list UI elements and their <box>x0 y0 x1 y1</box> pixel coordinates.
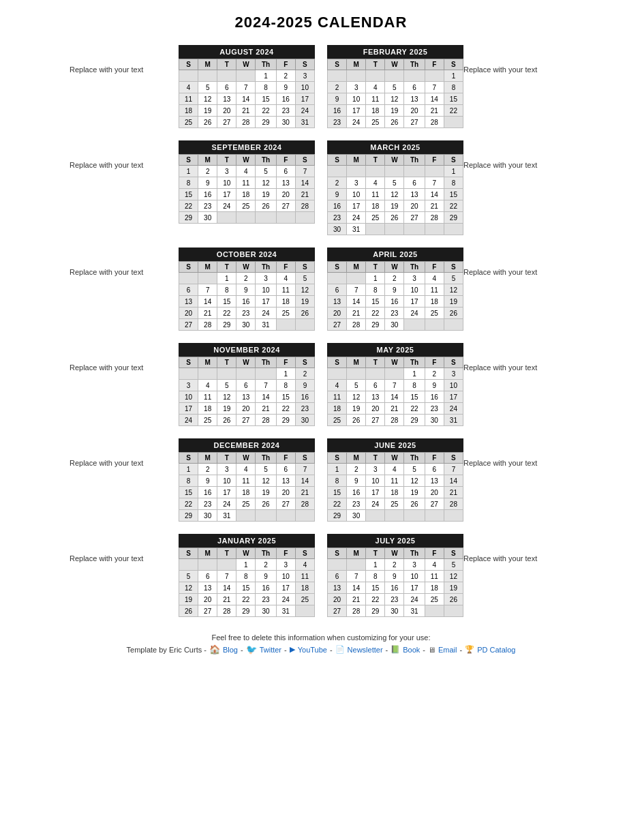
side-text-right-0: Replace with your text <box>463 45 572 74</box>
book-link[interactable]: Book <box>403 646 420 654</box>
cal-right-3: MAY 2025SMTWThFS123456789101112131415161… <box>327 343 463 426</box>
cal-left-0-table: SMTWThFS12345678910111213141516171819202… <box>179 59 315 128</box>
cal-right-4-day-4-6 <box>444 510 463 522</box>
cal-left-4-day-2-6: 21 <box>295 487 314 498</box>
cal-left-2-day-header-M: M <box>198 262 217 273</box>
cal-right-1-day-2-0: 9 <box>328 189 347 200</box>
pd-link[interactable]: PD Catalog <box>477 646 515 654</box>
cal-left-3: NOVEMBER 2024SMTWThFS1234567891011121314… <box>179 343 315 426</box>
cal-left-3-day-1-6: 9 <box>295 380 314 391</box>
cal-left-1-day-4-1: 30 <box>198 212 217 224</box>
cal-left-1-week-1: 891011121314 <box>179 177 315 189</box>
twitter-link[interactable]: Twitter <box>260 646 281 654</box>
side-text-left-5: Replace with your text <box>70 534 179 562</box>
cal-right-2-day-2-0: 13 <box>328 296 347 308</box>
cal-right-2-day-header-S: S <box>444 262 463 273</box>
cal-right-0-day-3-0: 16 <box>328 105 347 117</box>
cal-left-2-day-3-4: 24 <box>256 308 276 319</box>
cal-left-4-day-1-0: 8 <box>179 475 198 487</box>
cal-right-1-day-0-3 <box>385 166 404 177</box>
cal-right-3-day-header-F: F <box>425 357 444 368</box>
cal-left-0-week-0: 123 <box>179 70 315 82</box>
cal-right-3-day-3-2: 20 <box>366 403 385 415</box>
cal-right-1-day-2-6: 15 <box>444 189 463 200</box>
cal-right-1-day-3-3: 19 <box>385 200 404 212</box>
youtube-link[interactable]: YouTube <box>298 646 327 654</box>
cal-left-4-day-0-1: 2 <box>198 464 217 475</box>
cal-left-5-day-3-4: 23 <box>256 594 276 605</box>
cal-left-5-day-header-W: W <box>236 548 256 559</box>
cal-left-3-day-4-4: 28 <box>256 415 276 426</box>
cal-left-0-header: AUGUST 2024 <box>179 45 315 59</box>
cal-right-1-day-3-0: 16 <box>328 200 347 212</box>
cal-left-1-header: SEPTEMBER 2024 <box>179 140 315 154</box>
cal-left-0-day-4-1: 26 <box>198 117 217 128</box>
cal-right-1-day-1-2: 4 <box>366 177 385 189</box>
sep4: - <box>386 646 388 654</box>
cal-left-2-day-2-2: 15 <box>217 296 236 308</box>
cal-right-0-week-3: 16171819202122 <box>328 105 463 117</box>
cal-right-4-day-header-F: F <box>425 453 444 464</box>
cal-right-1-day-header-Th: Th <box>404 155 425 166</box>
cal-right-5-day-header-W: W <box>385 548 404 559</box>
cal-right-1-day-0-2 <box>366 166 385 177</box>
footer-note: Feel free to delete this information whe… <box>7 633 635 642</box>
cal-right-0-day-2-4: 13 <box>404 93 425 105</box>
cal-right-4-day-0-0: 1 <box>328 464 347 475</box>
cal-right-3-day-header-W: W <box>385 357 404 368</box>
cal-left-0-day-header-S: S <box>295 59 314 70</box>
email-link[interactable]: Email <box>438 646 457 654</box>
cal-left-4-week-3: 22232425262728 <box>179 498 315 510</box>
cal-right-0-day-0-4 <box>404 70 425 82</box>
cal-left-2-day-3-0: 20 <box>179 308 198 319</box>
cal-right-1-day-2-5: 14 <box>425 189 444 200</box>
twitter-icon: 🐦 <box>246 644 257 655</box>
cal-right-5-day-1-0: 6 <box>328 571 347 582</box>
cal-left-0-day-2-6: 17 <box>295 93 314 105</box>
cal-right-2-week-4: 27282930 <box>328 319 463 331</box>
cal-right-4-day-header-T: T <box>366 453 385 464</box>
cal-left-2-day-3-6: 26 <box>295 308 314 319</box>
cal-left-1-day-3-4: 26 <box>256 200 276 212</box>
cal-right-4-day-header-W: W <box>385 453 404 464</box>
cal-left-5-day-header-S: S <box>179 548 198 559</box>
cal-right-0-day-header-S: S <box>328 59 347 70</box>
cal-right-3-day-4-0: 25 <box>328 415 347 426</box>
cal-left-1-day-2-5: 20 <box>276 189 295 200</box>
cal-left-4-day-3-6: 28 <box>295 498 314 510</box>
newsletter-link[interactable]: Newsletter <box>348 646 383 654</box>
cal-left-1-day-0-5: 6 <box>276 166 295 177</box>
cal-left-2-day-header-F: F <box>276 262 295 273</box>
cal-left-0-day-4-0: 25 <box>179 117 198 128</box>
cal-left-1-day-header-T: T <box>217 155 236 166</box>
cal-right-3-day-2-4: 15 <box>404 391 425 403</box>
cal-right-1-day-5-2 <box>366 224 385 235</box>
cal-left-0-day-3-5: 23 <box>276 105 295 117</box>
cal-right-5-day-1-6: 12 <box>444 571 463 582</box>
cal-left-3-day-4-6: 30 <box>295 415 314 426</box>
cal-left-4-day-header-F: F <box>276 453 295 464</box>
cal-left-1-day-2-1: 16 <box>198 189 217 200</box>
cal-right-4-day-2-5: 20 <box>425 487 444 498</box>
cal-right-0-week-1: 2345678 <box>328 82 463 93</box>
cal-right-2-day-0-5: 4 <box>425 273 444 284</box>
cal-right-0-day-header-Th: Th <box>404 59 425 70</box>
cal-right-0-day-2-6: 15 <box>444 93 463 105</box>
blog-link[interactable]: Blog <box>223 646 238 654</box>
cal-left-5-day-0-1 <box>198 559 217 571</box>
cal-left-4-day-0-2: 3 <box>217 464 236 475</box>
cal-left-5-day-1-3: 8 <box>236 571 256 582</box>
cal-right-4-day-2-2: 17 <box>366 487 385 498</box>
cal-right-1-day-3-2: 18 <box>366 200 385 212</box>
cal-left-3-day-0-2 <box>217 368 236 380</box>
cal-left-4-day-0-4: 5 <box>256 464 276 475</box>
cal-right-4-day-3-3: 25 <box>385 498 404 510</box>
cal-right-0-week-2: 9101112131415 <box>328 93 463 105</box>
cal-left-2-day-4-2: 29 <box>217 319 236 331</box>
cal-right-1-day-5-5 <box>425 224 444 235</box>
cal-left-3-day-1-0: 3 <box>179 380 198 391</box>
cal-left-4-day-1-1: 9 <box>198 475 217 487</box>
cal-left-2-day-3-5: 25 <box>276 308 295 319</box>
cal-left-5-day-4-3: 29 <box>236 605 256 617</box>
cal-left-1-day-header-S: S <box>295 155 314 166</box>
